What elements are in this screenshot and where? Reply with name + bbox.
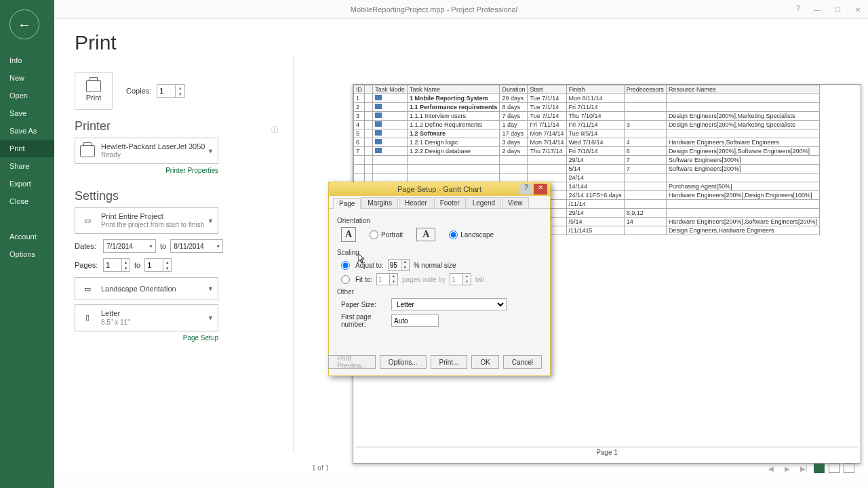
paper-size-select[interactable]: Letter (391, 298, 507, 310)
adjust-to-radio[interactable] (341, 261, 350, 270)
column-header: Duration (500, 85, 528, 94)
pages-to-spinner[interactable]: ▲▼ (144, 258, 172, 272)
tab-legend[interactable]: Legend (467, 197, 501, 208)
copies-spinner[interactable]: ▲▼ (157, 84, 185, 98)
normal-size-label: % normal size (414, 262, 456, 269)
titlebar: MobileReportingProject.mpp - Project Pro… (0, 0, 868, 19)
page-setup-dialog: Page Setup - Gantt Chart ? ✕ PageMargins… (328, 182, 551, 376)
sidebar-item-save[interactable]: Save (0, 104, 54, 122)
column-header (365, 85, 373, 94)
portrait-icon: A (341, 227, 356, 242)
document-icon: ▭ (79, 213, 96, 229)
paper-size-combo[interactable]: ▯ Letter 8.5" x 11" ▼ (75, 304, 218, 331)
sidebar-item-close[interactable]: Close (0, 192, 54, 210)
dialog-title: Page Setup - Gantt Chart (397, 185, 481, 193)
fit-wide-spinner[interactable]: ▲▼ (376, 273, 398, 285)
sidebar-item-options[interactable]: Options (0, 245, 54, 263)
table-row: 7 1.2.2 Design database2 daysThu 7/17/14… (354, 147, 820, 156)
sidebar-item-print[interactable]: Print (0, 140, 54, 157)
next-page-button[interactable]: ▶ (781, 462, 793, 474)
options-button[interactable]: Options... (380, 355, 427, 369)
tab-view[interactable]: View (502, 197, 529, 208)
column-header: Task Name (407, 85, 500, 94)
table-row: 5 1.2 Software17 daysMon 7/14/14Tue 8/5/… (354, 129, 820, 138)
dialog-body: Orientation A Portrait A Landscape Scali… (329, 209, 550, 375)
pages-from-spinner[interactable]: ▲▼ (103, 258, 130, 272)
print-button-label: Print (86, 94, 102, 102)
print-button[interactable]: Print (75, 72, 113, 110)
landscape-radio[interactable]: Landscape (449, 230, 494, 239)
multi-page-button[interactable] (844, 464, 854, 473)
minimize-button[interactable]: — (807, 0, 827, 19)
dialog-titlebar[interactable]: Page Setup - Gantt Chart ? ✕ (329, 182, 550, 196)
sidebar-item-account[interactable]: Account (0, 228, 54, 245)
first-page-label: First page number: (341, 313, 387, 328)
page-setup-link[interactable]: Page Setup (183, 334, 218, 342)
help-icon[interactable]: ? (796, 4, 800, 12)
adjust-to-label: Adjust to: (355, 262, 384, 269)
one-page-button[interactable] (829, 464, 840, 473)
tab-page[interactable]: Page (333, 198, 361, 209)
table-row: 6 1.2.1 Design logic3 daysMon 7/14/14Wed… (354, 138, 820, 147)
printer-name: Hewlett-Packard LaserJet 3050 (101, 142, 214, 151)
back-button[interactable]: ← (9, 9, 39, 39)
page-count: 1 of 1 (312, 464, 329, 472)
copies-input[interactable] (157, 85, 175, 97)
close-button[interactable]: ✕ (848, 0, 868, 19)
copies-label: Copies: (126, 87, 151, 95)
print-scope-combo[interactable]: ▭ Print Entire Project Print the project… (75, 207, 218, 234)
sidebar-item-info[interactable]: Info (0, 52, 54, 69)
chevron-down-icon: ▼ (208, 218, 214, 224)
sidebar-item-export[interactable]: Export (0, 175, 54, 192)
settings-section-label: Settings (75, 189, 278, 203)
landscape-icon: A (416, 228, 435, 241)
dialog-close-button[interactable]: ✕ (534, 184, 547, 195)
actual-size-button[interactable] (814, 464, 825, 473)
dates-label: Dates: (75, 242, 99, 250)
spinner-arrows[interactable]: ▲▼ (175, 85, 184, 97)
printer-combo[interactable]: Hewlett-Packard LaserJet 3050 Ready ▼ (75, 138, 218, 164)
info-icon[interactable]: ⓘ (271, 125, 278, 135)
sidebar-item-open[interactable]: Open (0, 87, 54, 104)
column-header: Finish (566, 85, 624, 94)
column-header: Predecessors (624, 85, 666, 94)
dialog-help-button[interactable]: ? (520, 184, 532, 195)
printer-properties-link[interactable]: Printer Properties (165, 167, 218, 174)
print-preview-button[interactable]: Print Preview... (328, 355, 375, 369)
scope-sub: Print the project from start to finish (101, 221, 214, 229)
table-row: 11 Mobile Reporting System29 daysTue 7/1… (354, 94, 820, 103)
tab-header[interactable]: Header (399, 197, 433, 208)
other-group-label: Other (337, 288, 542, 296)
fit-tall-spinner[interactable]: ▲▼ (450, 273, 471, 285)
orientation-combo[interactable]: ▭ Landscape Orientation ▼ (75, 277, 218, 300)
divider (293, 54, 294, 451)
sidebar-item-new[interactable]: New (0, 69, 54, 87)
date-from-combo[interactable]: 7/1/2014▼ (103, 239, 156, 253)
last-page-button[interactable]: ▶| (797, 462, 810, 474)
tab-margins[interactable]: Margins (361, 197, 398, 208)
tab-footer[interactable]: Footer (434, 197, 466, 208)
chevron-down-icon: ▼ (208, 314, 214, 321)
adjust-to-spinner[interactable]: ▲▼ (388, 259, 410, 271)
date-to-combo[interactable]: 8/11/2014▼ (170, 239, 223, 253)
cancel-button[interactable]: Cancel (503, 355, 542, 369)
fit-to-radio[interactable] (341, 275, 350, 284)
sidebar-item-save-as[interactable]: Save As (0, 122, 54, 140)
maximize-button[interactable]: ☐ (827, 0, 848, 19)
sidebar-item-share[interactable]: Share (0, 157, 54, 175)
column-header: ID (354, 85, 365, 94)
table-row: 3 1.1.1 Interview users7 daysTue 7/1/14T… (354, 112, 820, 121)
portrait-radio[interactable]: Portrait (370, 230, 403, 239)
prev-page-button[interactable]: ◀ (765, 462, 777, 474)
first-page-input[interactable] (391, 314, 439, 327)
preview-footer: Page 1 (356, 447, 858, 456)
printer-section-label: Printerⓘ (75, 119, 278, 134)
page-title: Print (75, 31, 868, 54)
chevron-down-icon: ▼ (208, 285, 214, 292)
landscape-icon: ▭ (79, 281, 96, 297)
column-header: Start (528, 85, 566, 94)
scope-main: Print Entire Project (101, 212, 214, 221)
dialog-print-button[interactable]: Print... (431, 355, 468, 369)
ok-button[interactable]: OK (471, 355, 498, 369)
orientation-group-label: Orientation (337, 217, 542, 224)
